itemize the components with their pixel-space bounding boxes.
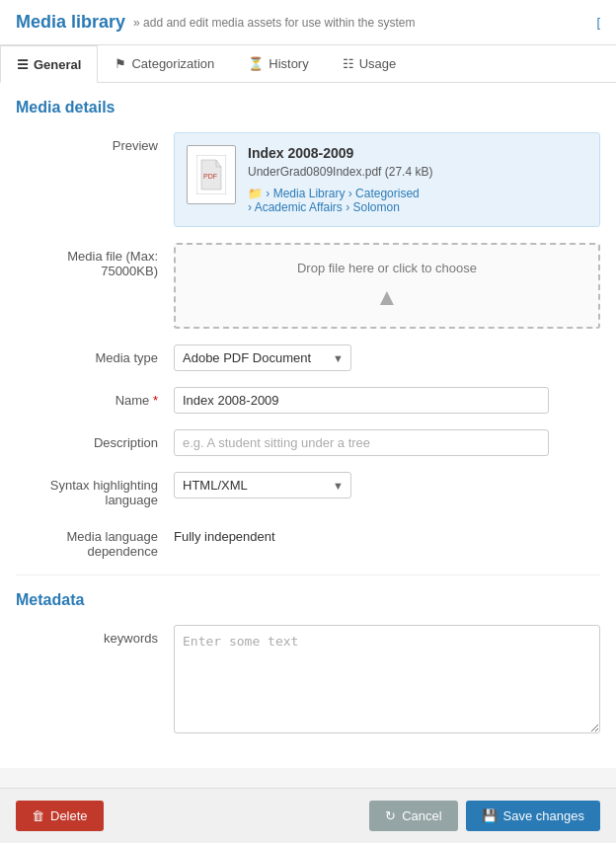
syntax-select-wrap: HTML/XML JavaScript CSS PHP Python None … bbox=[174, 472, 351, 498]
tab-history-label: History bbox=[269, 56, 308, 71]
media-type-row: Media type Adobe PDF Document Image Vide… bbox=[16, 345, 600, 371]
keywords-input[interactable] bbox=[174, 625, 600, 733]
description-input[interactable] bbox=[174, 429, 549, 456]
list-icon: ☰ bbox=[17, 57, 29, 72]
metadata-title: Metadata bbox=[16, 591, 600, 609]
preview-name: Index 2008-2009 bbox=[248, 145, 432, 161]
content-area: Media details Preview PDF Index 2008-200… bbox=[0, 83, 616, 768]
syntax-label: Syntax highlighting language bbox=[16, 472, 174, 507]
name-row: Name * bbox=[16, 387, 600, 414]
clock-icon: ⏳ bbox=[248, 56, 264, 71]
tab-bar: ☰ General ⚑ Categorization ⏳ History ☷ U… bbox=[0, 45, 616, 83]
pdf-icon: PDF bbox=[187, 145, 236, 204]
save-button[interactable]: 💾 Save changes bbox=[466, 801, 600, 831]
tag-icon: ⚑ bbox=[115, 56, 126, 71]
page-title: Media library bbox=[16, 12, 125, 33]
tab-general-label: General bbox=[34, 57, 81, 72]
table-icon: ☷ bbox=[343, 56, 354, 71]
name-label: Name * bbox=[16, 387, 174, 408]
media-file-row: Media file (Max: 75000KB) Drop file here… bbox=[16, 243, 600, 329]
tab-usage-label: Usage bbox=[359, 56, 397, 71]
metadata-section: Metadata keywords bbox=[16, 591, 600, 736]
preview-info: Index 2008-2009 UnderGrad0809Index.pdf (… bbox=[248, 145, 432, 214]
delete-button[interactable]: 🗑 Delete bbox=[16, 801, 104, 831]
breadcrumb-categorised: Categorised bbox=[355, 187, 420, 200]
save-label: Save changes bbox=[503, 808, 584, 823]
footer: 🗑 Delete ↻ Cancel 💾 Save changes bbox=[0, 788, 616, 843]
preview-label: Preview bbox=[16, 132, 174, 153]
description-wrap bbox=[174, 429, 600, 456]
media-type-select[interactable]: Adobe PDF Document Image Video Audio Doc… bbox=[174, 345, 351, 371]
keywords-wrap bbox=[174, 625, 600, 736]
syntax-row: Syntax highlighting language HTML/XML Ja… bbox=[16, 472, 600, 507]
breadcrumb-media-library: Media Library bbox=[273, 187, 346, 200]
required-indicator: * bbox=[153, 393, 158, 408]
syntax-wrap: HTML/XML JavaScript CSS PHP Python None … bbox=[174, 472, 600, 498]
media-file-wrap: Drop file here or click to choose ▲ bbox=[174, 243, 600, 329]
section-divider bbox=[16, 575, 600, 575]
cancel-button[interactable]: ↻ Cancel bbox=[369, 801, 457, 831]
media-file-label: Media file (Max: 75000KB) bbox=[16, 243, 174, 278]
preview-filename: UnderGrad0809Index.pdf (27.4 kB) bbox=[248, 165, 432, 179]
syntax-select[interactable]: HTML/XML JavaScript CSS PHP Python None bbox=[174, 472, 351, 498]
footer-left: 🗑 Delete bbox=[16, 801, 104, 831]
media-details-title: Media details bbox=[16, 99, 600, 116]
description-label: Description bbox=[16, 429, 174, 450]
tab-categorization[interactable]: ⚑ Categorization bbox=[98, 45, 231, 82]
footer-right: ↻ Cancel 💾 Save changes bbox=[369, 801, 600, 831]
description-row: Description bbox=[16, 429, 600, 456]
folder-icon: 📁 bbox=[248, 187, 263, 200]
media-type-label: Media type bbox=[16, 345, 174, 365]
delete-label: Delete bbox=[50, 808, 88, 823]
breadcrumb-solomon: Solomon bbox=[353, 200, 400, 214]
preview-row: Preview PDF Index 2008-2009 UnderGrad080… bbox=[16, 132, 600, 227]
media-language-label: Media language dependence bbox=[16, 523, 174, 559]
header-action[interactable]: [ bbox=[596, 15, 600, 30]
keywords-row: keywords bbox=[16, 625, 600, 736]
name-input[interactable] bbox=[174, 387, 549, 414]
page-subtitle: » add and edit media assets for use with… bbox=[133, 16, 416, 30]
preview-path: 📁 › Media Library › Categorised › Academ… bbox=[248, 187, 432, 214]
preview-box: PDF Index 2008-2009 UnderGrad0809Index.p… bbox=[174, 132, 600, 227]
cancel-label: Cancel bbox=[402, 808, 441, 823]
trash-icon: 🗑 bbox=[32, 808, 44, 823]
tab-usage[interactable]: ☷ Usage bbox=[326, 45, 414, 82]
media-type-wrap: Adobe PDF Document Image Video Audio Doc… bbox=[174, 345, 600, 371]
media-type-select-wrap: Adobe PDF Document Image Video Audio Doc… bbox=[174, 345, 351, 371]
save-icon: 💾 bbox=[482, 808, 498, 823]
tab-history[interactable]: ⏳ History bbox=[231, 45, 325, 82]
name-wrap bbox=[174, 387, 600, 414]
tab-general[interactable]: ☰ General bbox=[0, 45, 98, 83]
breadcrumb-academic-affairs: Academic Affairs bbox=[255, 200, 343, 214]
file-drop-zone[interactable]: Drop file here or click to choose ▲ bbox=[174, 243, 600, 329]
media-language-value: Fully independent bbox=[174, 523, 600, 550]
media-language-wrap: Fully independent bbox=[174, 523, 600, 550]
keywords-label: keywords bbox=[16, 625, 174, 646]
media-language-row: Media language dependence Fully independ… bbox=[16, 523, 600, 559]
cancel-icon: ↻ bbox=[385, 808, 396, 823]
upload-icon: ▲ bbox=[375, 283, 399, 311]
svg-text:PDF: PDF bbox=[203, 173, 217, 180]
file-drop-text: Drop file here or click to choose bbox=[297, 261, 477, 275]
page-header: Media library » add and edit media asset… bbox=[0, 0, 616, 45]
tab-categorization-label: Categorization bbox=[131, 56, 214, 71]
preview-wrap: PDF Index 2008-2009 UnderGrad0809Index.p… bbox=[174, 132, 600, 227]
